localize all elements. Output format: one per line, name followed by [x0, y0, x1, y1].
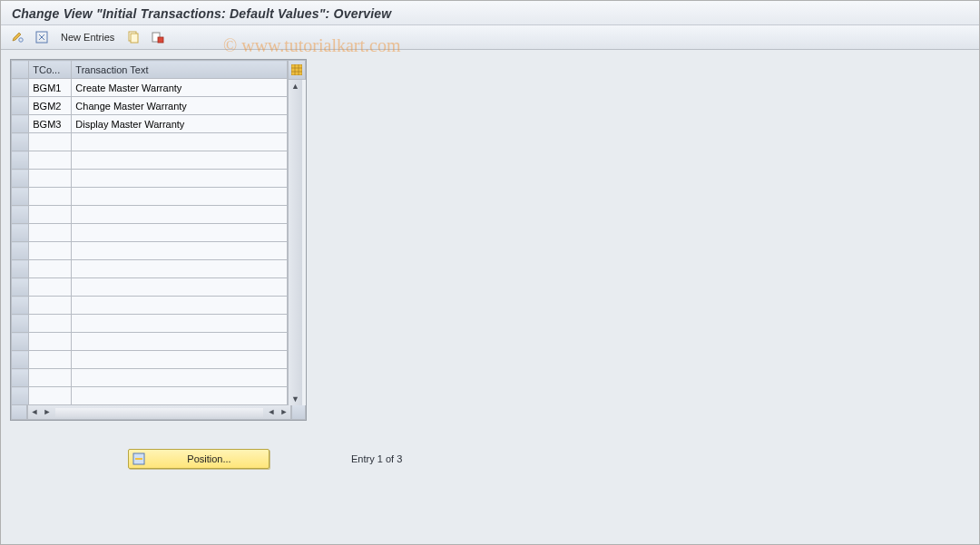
cell-tcode[interactable]: BGM2: [29, 97, 72, 115]
cell-text[interactable]: [72, 297, 288, 315]
cell-tcode[interactable]: [29, 133, 72, 151]
table-row[interactable]: BGM2Change Master Warranty: [12, 97, 288, 115]
cell-tcode[interactable]: [29, 188, 72, 206]
select-all-header[interactable]: [12, 61, 29, 79]
row-selector[interactable]: [12, 387, 29, 405]
cell-tcode[interactable]: BGM1: [29, 79, 72, 97]
cell-text[interactable]: Display Master Warranty: [72, 115, 288, 133]
row-selector[interactable]: [12, 79, 29, 97]
cell-text[interactable]: [72, 260, 288, 278]
configure-columns-button[interactable]: [288, 60, 306, 80]
cell-text[interactable]: [72, 369, 288, 387]
vertical-scrollbar[interactable]: ▲ ▼: [288, 80, 302, 405]
cell-tcode[interactable]: BGM3: [29, 115, 72, 133]
cell-tcode[interactable]: [29, 242, 72, 260]
col-header-tcode[interactable]: TCo...: [29, 61, 72, 79]
row-selector[interactable]: [12, 278, 29, 297]
cell-tcode[interactable]: [29, 151, 72, 170]
table-row-empty[interactable]: [12, 315, 288, 333]
cell-tcode[interactable]: [29, 333, 72, 351]
row-selector[interactable]: [12, 97, 29, 115]
row-selector[interactable]: [12, 188, 29, 206]
table-row-empty[interactable]: [12, 260, 288, 278]
toggle-change-button[interactable]: [8, 28, 28, 46]
table-row-empty[interactable]: [12, 170, 288, 188]
cell-text[interactable]: Create Master Warranty: [72, 79, 288, 97]
horizontal-scrollbar[interactable]: ◄ ► ◄ ►: [27, 405, 291, 420]
cell-tcode[interactable]: [29, 224, 72, 242]
scroll-left2-button[interactable]: ►: [41, 406, 54, 419]
row-selector[interactable]: [12, 315, 29, 333]
scroll-left-button[interactable]: ◄: [28, 406, 41, 419]
delete-button[interactable]: [147, 28, 167, 46]
row-selector[interactable]: [12, 242, 29, 260]
row-selector[interactable]: [12, 369, 29, 387]
expand-button[interactable]: [32, 28, 52, 46]
cell-text[interactable]: [72, 351, 288, 369]
cell-tcode[interactable]: [29, 315, 72, 333]
cell-text[interactable]: [72, 170, 288, 188]
cell-text[interactable]: [72, 206, 288, 224]
row-selector[interactable]: [12, 151, 29, 170]
grid-table: TCo... Transaction Text BGM1Create Maste…: [11, 60, 288, 405]
row-selector[interactable]: [12, 297, 29, 315]
page-header: Change View "Initial Transactions: Defau…: [1, 1, 979, 25]
cell-text[interactable]: [72, 151, 288, 170]
position-icon: [132, 452, 146, 466]
cell-tcode[interactable]: [29, 170, 72, 188]
col-header-text[interactable]: Transaction Text: [72, 61, 288, 79]
cell-tcode[interactable]: [29, 387, 72, 405]
table-row[interactable]: BGM3Display Master Warranty: [12, 115, 288, 133]
cell-text[interactable]: [72, 315, 288, 333]
hscroll-corner: [11, 405, 27, 420]
chevron-up-icon: ▲: [291, 83, 299, 91]
chevron-down-icon: ▼: [291, 395, 299, 404]
table-row-empty[interactable]: [12, 242, 288, 260]
position-button[interactable]: Position...: [128, 449, 270, 469]
cell-text[interactable]: [72, 387, 288, 405]
cell-text[interactable]: Change Master Warranty: [72, 97, 288, 115]
row-selector[interactable]: [12, 333, 29, 351]
cell-tcode[interactable]: [29, 351, 72, 369]
cell-text[interactable]: [72, 333, 288, 351]
cell-tcode[interactable]: [29, 297, 72, 315]
svg-point-0: [19, 38, 23, 42]
scroll-down-button[interactable]: ▼: [289, 393, 302, 405]
row-selector[interactable]: [12, 115, 29, 133]
scroll-right2-button[interactable]: ►: [278, 406, 290, 419]
bottom-row: Position... Entry 1 of 3: [10, 449, 979, 469]
table-row-empty[interactable]: [12, 387, 288, 405]
table-row-empty[interactable]: [12, 369, 288, 387]
table-row-empty[interactable]: [12, 278, 288, 297]
table-row-empty[interactable]: [12, 151, 288, 170]
new-entries-button[interactable]: New Entries: [55, 30, 120, 44]
table-row-empty[interactable]: [12, 224, 288, 242]
position-label: Position...: [150, 453, 269, 464]
table-row-empty[interactable]: [12, 297, 288, 315]
cell-text[interactable]: [72, 133, 288, 151]
cell-tcode[interactable]: [29, 278, 72, 297]
copy-button[interactable]: [123, 28, 143, 46]
cell-text[interactable]: [72, 242, 288, 260]
cell-tcode[interactable]: [29, 260, 72, 278]
scroll-right-button[interactable]: ◄: [265, 406, 278, 419]
row-selector[interactable]: [12, 133, 29, 151]
cell-tcode[interactable]: [29, 206, 72, 224]
row-selector[interactable]: [12, 224, 29, 242]
table-row-empty[interactable]: [12, 206, 288, 224]
cell-tcode[interactable]: [29, 369, 72, 387]
table-row-empty[interactable]: [12, 351, 288, 369]
table-row-empty[interactable]: [12, 333, 288, 351]
row-selector[interactable]: [12, 260, 29, 278]
row-selector[interactable]: [12, 170, 29, 188]
row-selector[interactable]: [12, 206, 29, 224]
hscroll-track[interactable]: [55, 408, 263, 417]
cell-text[interactable]: [72, 278, 288, 297]
table-row-empty[interactable]: [12, 133, 288, 151]
scroll-up-button[interactable]: ▲: [289, 80, 302, 92]
cell-text[interactable]: [72, 188, 288, 206]
cell-text[interactable]: [72, 224, 288, 242]
row-selector[interactable]: [12, 351, 29, 369]
table-row[interactable]: BGM1Create Master Warranty: [12, 79, 288, 97]
table-row-empty[interactable]: [12, 188, 288, 206]
